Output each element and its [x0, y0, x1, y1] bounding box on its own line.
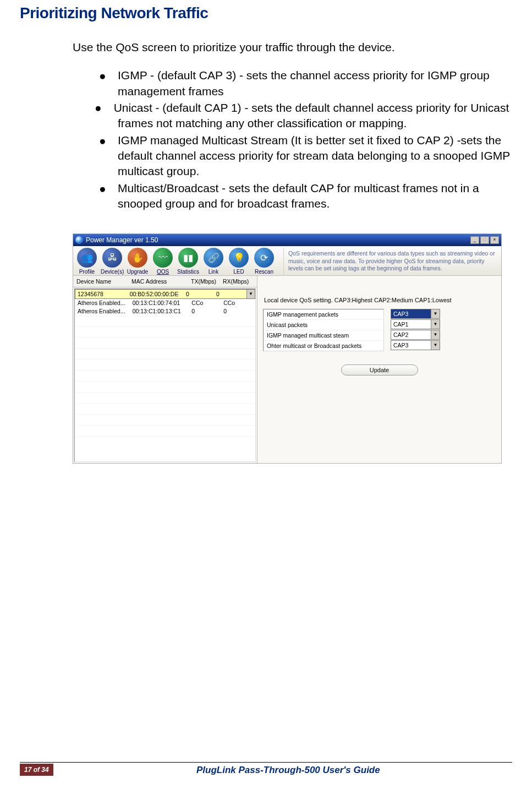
bullet-item: IGMP managed Multicast Stream (It is bet… [95, 133, 512, 179]
app-icon [75, 236, 83, 244]
toolbar-qos[interactable]: 〰QOS [151, 248, 174, 275]
link-icon: 🔗 [208, 252, 220, 264]
qos-pane: Local device QoS setting. CAP3:Highest C… [257, 276, 501, 463]
bullet-item: IGMP - (default CAP 3) - sets the channe… [95, 68, 512, 99]
qos-select-unicast[interactable]: CAP1 [391, 319, 440, 329]
col-device-name: Device Name [76, 278, 131, 285]
qos-select-other[interactable]: CAP3 [391, 340, 440, 350]
page-number-badge: 17 of 34 [20, 764, 53, 776]
intro-text: Use the QoS screen to prioritize your tr… [73, 40, 512, 55]
bullet-item: Unicast - (default CAP 1) - sets the def… [95, 100, 512, 132]
qos-label: IGMP managed multicast steam [264, 330, 383, 341]
window-titlebar: Power Manager ver 1.50 _ □ × [73, 234, 501, 246]
page-footer: 17 of 34 PlugLink Pass-Through-500 User'… [20, 762, 512, 776]
col-rx: RX(Mbps) [223, 278, 255, 285]
app-window: Power Manager ver 1.50 _ □ × 👥Profile 🖧D… [73, 233, 502, 463]
qos-select-igmp[interactable]: CAP3 [391, 309, 440, 319]
people-icon: 👥 [81, 252, 93, 264]
device-row[interactable]: Atheros Enabled... 00:13:C1:00:13:C1 0 0 [75, 307, 255, 315]
device-row[interactable]: 12345678 00:B0:52:00:00:DE 0 0 [75, 289, 255, 299]
toolbar-link[interactable]: 🔗Link [202, 248, 225, 275]
toolbar-rescan[interactable]: ⟳Rescan [253, 248, 276, 275]
window-title: Power Manager ver 1.50 [86, 236, 470, 244]
qos-label-list: IGMP management packets Unicast packets … [263, 309, 384, 351]
toolbar: 👥Profile 🖧Device(s) ✋Upgrade 〰QOS ▮▮Stat… [75, 248, 281, 275]
qos-label: IGMP management packets [264, 309, 383, 320]
qos-description: QoS requirements are different for vario… [283, 248, 499, 275]
device-table-header: Device Name MAC Address TX(Mbps) RX(Mbps… [73, 276, 257, 287]
update-button[interactable]: Update [341, 364, 418, 376]
bullet-list: IGMP - (default CAP 3) - sets the channe… [73, 68, 512, 211]
col-tx: TX(Mbps) [191, 278, 223, 285]
hand-icon: ✋ [132, 252, 144, 264]
qos-label: Ohter multicast or Broadcast packets [264, 341, 383, 351]
bullet-item: Multicast/Broadcast - sets the default C… [95, 181, 512, 212]
qos-label: Unicast packets [264, 320, 383, 330]
toolbar-devices[interactable]: 🖧Device(s) [101, 248, 124, 275]
bars-icon: ▮▮ [183, 252, 193, 264]
device-list[interactable]: 12345678 00:B0:52:00:00:DE 0 0 Atheros E… [74, 289, 256, 462]
qos-select-multicast-stream[interactable]: CAP2 [391, 330, 440, 340]
device-pane: Device Name MAC Address TX(Mbps) RX(Mbps… [73, 276, 257, 463]
close-button[interactable]: × [490, 236, 499, 244]
bulb-icon: 💡 [233, 252, 245, 264]
toolbar-led[interactable]: 💡LED [227, 248, 250, 275]
device-row[interactable]: Atheros Enabled... 00:13:C1:00:74:01 CCo… [75, 299, 255, 307]
refresh-icon: ⟳ [260, 252, 268, 264]
toolbar-upgrade[interactable]: ✋Upgrade [126, 248, 149, 275]
toolbar-profile[interactable]: 👥Profile [75, 248, 98, 275]
section-heading: Prioritizing Network Traffic [20, 4, 512, 22]
col-mac: MAC Address [131, 278, 191, 285]
device-icon: 🖧 [108, 252, 117, 263]
pulse-icon: 〰 [158, 252, 168, 263]
toolbar-statistics[interactable]: ▮▮Statistics [177, 248, 200, 275]
footer-title: PlugLink Pass-Through-500 User's Guide [64, 765, 512, 776]
qos-caption: Local device QoS setting. CAP3:Highest C… [264, 297, 496, 303]
minimize-button[interactable]: _ [470, 236, 479, 244]
maximize-button[interactable]: □ [480, 236, 489, 244]
